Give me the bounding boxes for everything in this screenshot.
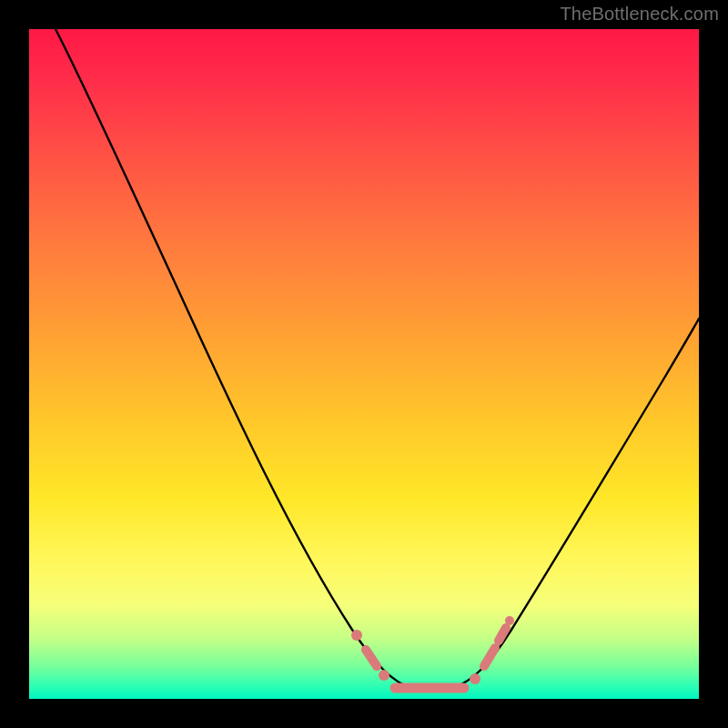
highlight-band	[351, 616, 514, 688]
curve-svg	[29, 29, 699, 699]
svg-point-0	[351, 630, 362, 641]
bottleneck-curve-path	[56, 29, 699, 688]
chart-frame: TheBottleneck.com	[0, 0, 728, 728]
watermark-text: TheBottleneck.com	[560, 4, 719, 25]
svg-point-3	[505, 616, 514, 625]
plot-area	[29, 29, 699, 699]
svg-point-1	[379, 670, 389, 681]
svg-point-2	[470, 673, 480, 684]
